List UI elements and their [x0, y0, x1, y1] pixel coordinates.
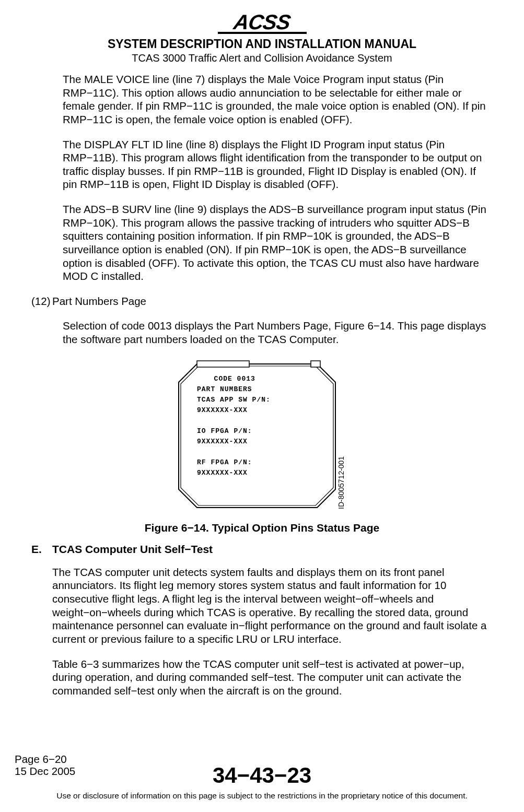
para-male-voice: The MALE VOICE line (line 7) displays th… — [63, 73, 493, 126]
svg-rect-1 — [311, 361, 320, 367]
figure-caption: Figure 6−14. Typical Option Pins Status … — [31, 521, 493, 535]
item-12-row: (12) Part Numbers Page — [31, 295, 493, 308]
doc-subtitle: TCAS 3000 Traffic Alert and Collision Av… — [31, 52, 493, 64]
figure-id-label: ID-8005712-001 — [337, 456, 345, 509]
lcd-line-9: 9XXXXXX-XXX — [197, 469, 248, 477]
section-e-para-1: The TCAS computer unit detects system fa… — [52, 566, 493, 646]
section-e-para-2: Table 6−3 summarizes how the TCAS comput… — [52, 657, 493, 698]
figure-6-14: CODE 0013 PART NUMBERS TCAS APP SW P/N: … — [31, 358, 493, 535]
svg-rect-0 — [197, 361, 249, 367]
section-e-letter: E. — [31, 543, 52, 556]
disclaimer: Use or disclosure of information on this… — [0, 791, 524, 801]
doc-title: SYSTEM DESCRIPTION AND INSTALLATION MANU… — [31, 37, 493, 51]
section-e-title: TCAS Computer Unit Self−Test — [52, 543, 213, 556]
para-display-flt-id: The DISPLAY FLT ID line (line 8) display… — [63, 138, 493, 192]
lcd-line-8: RF FPGA P/N: — [197, 458, 252, 466]
item-12-body: Selection of code 0013 displays the Part… — [63, 319, 493, 346]
item-12-number: (12) — [31, 295, 52, 308]
doc-code: 34−43−23 — [0, 763, 524, 788]
lcd-line-5: IO FPGA P/N: — [197, 427, 252, 435]
footer: 34−43−23 Use or disclosure of informatio… — [0, 763, 524, 801]
lcd-line-1: PART NUMBERS — [197, 385, 252, 393]
para-ads-b-surv: The ADS−B SURV line (line 9) displays th… — [63, 203, 493, 283]
logo: ACSS — [29, 10, 495, 34]
lcd-line-6: 9XXXXXX-XXX — [197, 438, 248, 445]
lcd-line-3: 9XXXXXX-XXX — [197, 406, 248, 414]
lcd-line-2: TCAS APP SW P/N: — [197, 396, 271, 404]
lcd-line-0: CODE 0013 — [205, 375, 255, 383]
item-12-title: Part Numbers Page — [52, 295, 493, 308]
section-e-heading: E. TCAS Computer Unit Self−Test — [31, 543, 493, 556]
